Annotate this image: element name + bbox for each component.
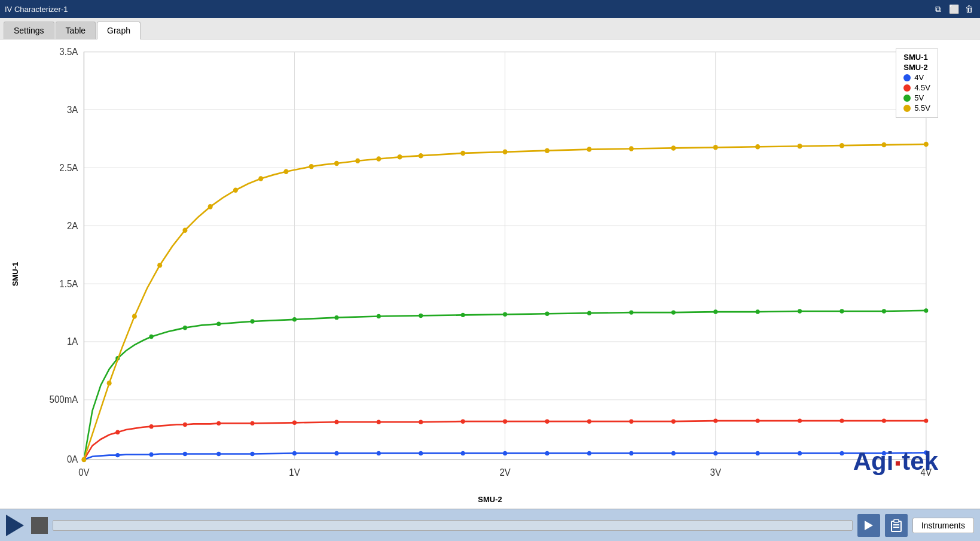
chart-svg: 3.5A 3A 2.5A 2A 1.5A 1A 500mA 0A 0V 1V 2… [42,45,944,479]
svg-point-75 [183,326,187,330]
svg-point-32 [216,452,221,456]
svg-point-89 [756,309,760,314]
svg-point-81 [419,314,423,318]
svg-point-98 [182,228,187,233]
svg-point-105 [355,158,360,163]
svg-point-93 [924,308,928,312]
legend-label-55v: 5.5V [914,104,930,113]
play-button[interactable] [6,515,24,536]
svg-point-66 [713,418,718,423]
svg-point-42 [629,451,633,455]
tab-graph[interactable]: Graph [97,22,141,39]
svg-point-36 [377,451,381,455]
svg-text:3A: 3A [67,104,78,114]
svg-point-117 [798,144,802,149]
svg-text:1A: 1A [67,336,78,347]
svg-point-97 [157,263,162,268]
svg-text:1V: 1V [289,467,300,477]
svg-point-65 [671,419,676,423]
svg-point-99 [208,204,213,209]
svg-point-95 [107,381,112,386]
svg-point-80 [377,314,381,318]
svg-point-119 [881,142,886,148]
svg-point-47 [839,451,844,455]
svg-point-55 [251,421,255,425]
legend-dot-4v [903,74,911,81]
xaxis-label: SMU-2 [478,495,502,504]
svg-point-37 [419,451,423,455]
svg-point-30 [149,452,154,457]
svg-point-83 [503,312,507,317]
svg-point-57 [334,420,338,424]
instruments-button[interactable]: Instruments [912,518,974,533]
stop-button[interactable] [31,517,48,534]
svg-point-40 [545,451,549,455]
svg-point-120 [924,142,929,147]
close-icon[interactable]: 🗑 [963,4,975,14]
svg-point-67 [756,418,760,423]
svg-point-56 [292,421,297,425]
minimize-icon[interactable]: ⬜ [948,4,960,14]
svg-point-59 [419,420,423,424]
tab-table[interactable]: Table [56,22,96,39]
svg-point-112 [587,147,591,152]
agitek-logo: Agi·tek [853,447,938,476]
svg-point-82 [461,313,465,317]
svg-point-29 [115,453,120,457]
yaxis-label: SMU-1 [11,262,20,286]
svg-point-79 [334,315,338,320]
svg-point-104 [334,161,339,166]
progress-bar [53,520,853,531]
legend-label-45v: 4.5V [914,83,930,92]
svg-point-68 [798,418,802,423]
svg-point-54 [216,421,221,425]
svg-point-45 [756,451,760,455]
svg-point-31 [183,452,187,456]
legend-label-5v: 5V [914,93,924,102]
svg-point-111 [545,148,549,153]
svg-point-86 [629,310,633,314]
svg-point-108 [419,153,423,159]
legend: SMU-1 SMU-2 4V 4.5V 5V 5.5V [896,48,938,118]
svg-point-64 [629,419,633,423]
svg-point-51 [115,430,120,434]
svg-point-35 [334,451,338,455]
logo-dot: · [893,446,902,480]
svg-point-77 [251,319,255,323]
titlebar-controls: ⧉ ⬜ 🗑 [932,4,975,14]
svg-point-90 [798,309,802,313]
svg-point-33 [251,452,255,456]
svg-point-94 [81,457,86,463]
run-icon-button[interactable] [857,514,880,537]
toolbar: Instruments [0,509,980,541]
svg-point-62 [545,419,549,423]
svg-point-46 [798,451,802,455]
svg-point-58 [377,420,381,424]
svg-point-88 [713,309,718,314]
svg-point-70 [882,418,886,423]
run-icon [862,519,875,532]
svg-point-71 [924,418,928,423]
svg-text:1.5A: 1.5A [59,278,78,288]
export-icon[interactable]: ⧉ [932,4,944,14]
svg-point-109 [460,151,465,156]
legend-label-4v: 4V [914,73,924,82]
svg-point-85 [587,311,591,315]
svg-point-74 [149,335,154,339]
clipboard-icon-button[interactable] [885,514,908,537]
svg-point-84 [545,312,549,316]
svg-point-113 [629,146,634,151]
svg-point-115 [713,145,718,150]
svg-point-103 [309,164,314,169]
tab-settings[interactable]: Settings [4,22,54,39]
legend-dot-5v [903,95,911,102]
svg-text:2.5A: 2.5A [59,162,78,172]
clipboard-icon [890,519,902,532]
svg-point-61 [503,419,507,423]
svg-point-116 [755,144,760,150]
legend-item-4v: 4V [903,73,930,82]
svg-point-92 [882,309,886,313]
legend-item-5v: 5V [903,93,930,102]
svg-point-78 [292,317,297,321]
titlebar: IV Characterizer-1 ⧉ ⬜ 🗑 [0,0,980,18]
